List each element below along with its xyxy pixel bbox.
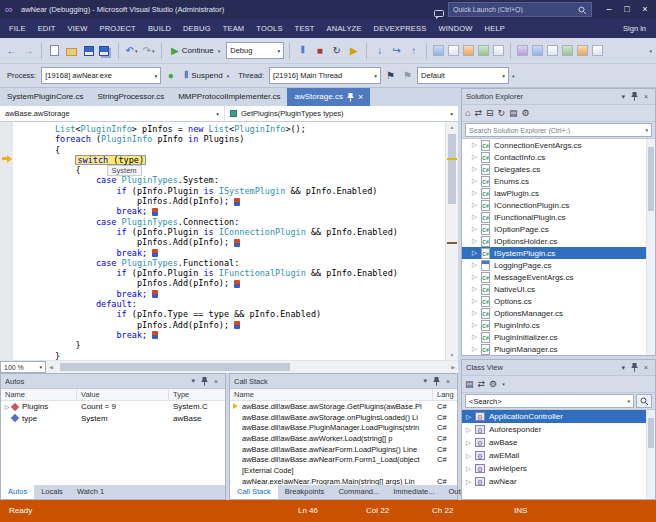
chevron-right-icon[interactable]: ▷	[466, 426, 475, 434]
show-flagged-only-icon[interactable]: ⚑	[400, 67, 415, 85]
chevron-right-icon[interactable]: ▷	[472, 189, 481, 197]
panel-tab-locals[interactable]: Locals	[34, 485, 70, 499]
class-view-item[interactable]: ▷{}awNear	[462, 475, 655, 488]
stack-frame-row[interactable]: [External Code]	[230, 465, 457, 476]
menu-item-debug[interactable]: DEBUG	[177, 19, 217, 38]
variable-row[interactable]: ▷PluginsCount = 9System.C	[1, 401, 225, 413]
panel-tab-breakpoints[interactable]: Breakpoints	[278, 485, 332, 499]
menu-item-team[interactable]: TEAM	[217, 19, 251, 38]
scope-dropdown[interactable]: awBase.awStorage ▾	[0, 106, 225, 121]
solution-item[interactable]: ▷C#PluginManager.cs	[462, 343, 655, 355]
class-view-header[interactable]: Class View ▾ ×	[462, 360, 655, 376]
class-view-item[interactable]: ▷{}Autoresponder	[462, 423, 655, 436]
menu-item-window[interactable]: WINDOW	[432, 19, 478, 38]
toolbar-icon[interactable]	[463, 45, 474, 56]
solution-explorer-search-input[interactable]: Search Solution Explorer (Ctrl+;) ▾	[465, 123, 652, 137]
stack-frame-row[interactable]: awBase.dll!awBase.PluginManager.LoadPlug…	[230, 422, 457, 433]
scroll-down-icon[interactable]: ▼	[446, 350, 458, 360]
save-all-icon[interactable]	[98, 42, 113, 60]
code-editor[interactable]: List<PluginInfo> pInfos = new List<Plugi…	[0, 122, 458, 360]
chevron-right-icon[interactable]: ▷	[472, 321, 481, 329]
class-view-search-combo[interactable]: <Search> ▾	[465, 394, 634, 408]
solution-item[interactable]: ▷C#Delegates.cs	[462, 163, 655, 175]
toolbar-overflow-icon[interactable]: ▾	[512, 73, 515, 79]
code-lines[interactable]: List<PluginInfo> pInfos = new List<Plugi…	[13, 122, 445, 360]
menu-item-test[interactable]: TEST	[289, 19, 321, 38]
chevron-right-icon[interactable]: ▷	[472, 261, 481, 269]
menu-item-analyze[interactable]: ANALYZE	[321, 19, 368, 38]
titlebar[interactable]: ∞ awNear (Debugging) - Microsoft Visual …	[0, 0, 656, 19]
continue-button[interactable]: ▶ Continue ▾	[167, 42, 224, 60]
pin-icon[interactable]	[430, 377, 443, 386]
scroll-left-icon[interactable]: ◀	[46, 364, 56, 370]
solution-item[interactable]: ▷C#IConnectionPlugin.cs	[462, 199, 655, 211]
toolbar-icon[interactable]	[547, 45, 558, 56]
solution-item[interactable]: ▷C#Enums.cs	[462, 175, 655, 187]
restart-icon[interactable]: ↻	[329, 42, 344, 60]
close-icon[interactable]: ×	[641, 93, 651, 100]
autos-header[interactable]: Autos ▾ ×	[1, 374, 225, 389]
chevron-right-icon[interactable]: ▷	[466, 452, 475, 460]
toolbar-icon[interactable]	[517, 45, 528, 56]
stack-frame-row[interactable]: awNear.exe!awNear.Program.Main(string[] …	[230, 476, 457, 485]
menu-item-project[interactable]: PROJECT	[94, 19, 142, 38]
chevron-right-icon[interactable]: ▷	[472, 333, 481, 341]
close-button[interactable]: ×	[636, 0, 654, 19]
solution-item[interactable]: ▷C#NativeUI.cs	[462, 283, 655, 295]
window-position-icon[interactable]: ▾	[420, 377, 430, 385]
back-forward-icon[interactable]: ⇄	[478, 376, 486, 393]
step-out-icon[interactable]: ↑	[406, 42, 421, 60]
callstack-rows[interactable]: awBase.dll!awBase.awStorage.GetPlugins(a…	[230, 401, 457, 485]
toolbar-icon[interactable]	[478, 45, 489, 56]
chevron-right-icon[interactable]: ▷	[466, 413, 475, 421]
pin-icon[interactable]	[347, 93, 354, 102]
solution-item[interactable]: ▷C#ISystemPlugin.cs	[462, 247, 655, 259]
stack-frame-row[interactable]: awBase.dll!awBase.awNearForm.Form1_Load(…	[230, 454, 457, 465]
break-all-icon[interactable]: Ⅱ	[295, 42, 310, 60]
solution-explorer-header[interactable]: Solution Explorer ▾ ×	[462, 89, 655, 105]
show-all-files-icon[interactable]: ▤	[509, 105, 518, 122]
panel-tab-autos[interactable]: Autos	[1, 485, 34, 499]
class-view-item[interactable]: ▷{}awEMail	[462, 449, 655, 462]
open-file-icon[interactable]	[64, 42, 79, 60]
process-combo[interactable]: [19168] awNear.exe ▾	[41, 67, 161, 84]
sign-in-button[interactable]: Sign in	[623, 24, 646, 33]
navigate-backward-icon[interactable]: ←	[4, 42, 19, 60]
solution-item[interactable]: ▷C#IawPlugin.cs	[462, 187, 655, 199]
toolbar-icon[interactable]	[577, 45, 588, 56]
flag-threads-icon[interactable]: ⚑	[383, 67, 398, 85]
toolbar-icon[interactable]	[433, 45, 444, 56]
chevron-right-icon[interactable]: ▷	[472, 273, 481, 281]
class-view-scrollbar[interactable]	[646, 410, 655, 499]
chevron-right-icon[interactable]: ▷	[472, 297, 481, 305]
column-header[interactable]: Lang	[433, 389, 457, 400]
solution-item[interactable]: ▷C#IOptionsHolder.cs	[462, 235, 655, 247]
pin-icon[interactable]	[198, 377, 211, 386]
chevron-right-icon[interactable]: ▷	[472, 153, 481, 161]
column-header[interactable]: Value	[77, 389, 169, 400]
stack-frame-row[interactable]: awBase.dll!awBase.awWorker.Load(string[]…	[230, 433, 457, 444]
chevron-down-icon[interactable]: ▾	[502, 381, 505, 387]
chevron-right-icon[interactable]: ▷	[472, 249, 481, 257]
toolbar-icon[interactable]	[532, 45, 543, 56]
chevron-right-icon[interactable]: ▷	[466, 465, 475, 473]
save-icon[interactable]	[81, 42, 96, 60]
editor-vertical-scrollbar[interactable]: ▲ ▼	[445, 122, 458, 360]
step-into-icon[interactable]: ↓	[372, 42, 387, 60]
chevron-right-icon[interactable]: ▷	[472, 285, 481, 293]
chevron-right-icon[interactable]: ▷	[472, 201, 481, 209]
show-next-statement-icon[interactable]: ▶	[346, 42, 361, 60]
toolbar-icon[interactable]	[493, 45, 504, 56]
close-icon[interactable]: ×	[641, 364, 651, 371]
pin-icon[interactable]	[628, 363, 641, 372]
suspend-button[interactable]: Ⅱ Suspend ▾	[180, 67, 233, 85]
menu-item-help[interactable]: HELP	[479, 19, 511, 38]
navigate-forward-icon[interactable]: →	[21, 42, 36, 60]
process-lifecycle-icon[interactable]: ●	[163, 67, 178, 85]
zoom-control[interactable]: 100 % ▾	[0, 361, 46, 373]
collapse-all-icon[interactable]: ⊟	[486, 105, 494, 122]
panel-tab-command-[interactable]: Command...	[331, 485, 386, 499]
doc-tab[interactable]: StringProcessor.cs	[90, 88, 171, 106]
doc-tab[interactable]: awStorage.cs×	[287, 88, 370, 106]
search-go-button[interactable]	[636, 394, 652, 408]
